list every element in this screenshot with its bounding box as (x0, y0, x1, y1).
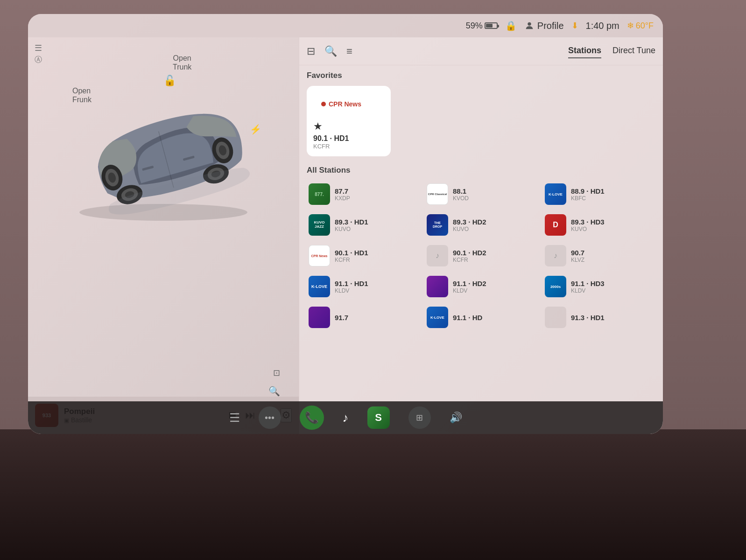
main-content: ☰ Ⓐ Open Trunk 🔓 Open Frunk (28, 37, 663, 434)
station-logo-klove: K-LOVE (309, 276, 330, 297)
station-logo-913 (545, 307, 566, 328)
profile-button[interactable]: Profile (524, 21, 564, 31)
open-trunk-button[interactable]: Open Trunk (173, 54, 191, 71)
station-917[interactable]: 91.7 (307, 304, 419, 331)
temperature: 60°F (636, 21, 654, 31)
station-info-877: 87.7 KXDP (335, 187, 417, 202)
battery-indicator: 59% (466, 21, 498, 31)
stations-col-2: CPR Classical 88.1 KVOD THEDROP (425, 181, 537, 331)
station-911-hd3[interactable]: 2000s 91.1 · HD3 KLDV (543, 273, 655, 300)
station-kuvo-jazz[interactable]: KUVOJAZZ 89.3 · HD1 KUVO (307, 211, 419, 238)
search-icon[interactable]: 🔍 (324, 45, 337, 57)
station-info-913: 91.3 · HD1 (571, 314, 654, 322)
favorites-section: Favorites CPR News ★ 90.1 · HD1 KCFR (307, 71, 655, 156)
station-911hd[interactable]: K·LOVE 91.1 · HD (425, 304, 537, 331)
station-info-893hd2: 89.3 · HD2 KUVO (453, 218, 535, 232)
main-screen: 59% 🔒 Profile ⬇ 1:40 pm ❄ 60°F ☰ Ⓐ Open … (28, 14, 663, 434)
station-logo-cprnews: CPR News (309, 245, 330, 266)
station-info-901: 90.1 · HD1 KCFR (335, 249, 417, 263)
person-icon (524, 21, 535, 31)
radio-tabs: Stations Direct Tune (568, 44, 655, 58)
profile-label: Profile (537, 21, 564, 31)
volume-icon[interactable]: 🔊 (450, 412, 462, 424)
svg-point-0 (528, 22, 531, 26)
status-bar: 59% 🔒 Profile ⬇ 1:40 pm ❄ 60°F (28, 14, 663, 37)
taskbar-menu-icon[interactable]: ☰ (229, 411, 240, 425)
filter-icon[interactable]: ⊟ (307, 45, 315, 57)
radio-toolbar: ⊟ 🔍 ≡ Stations Direct Tune (299, 37, 663, 65)
stations-col-1: 877. 87.7 KXDP KUVOJAZZ (307, 181, 419, 331)
radio-content: Favorites CPR News ★ 90.1 · HD1 KCFR (299, 65, 663, 434)
station-info-893hd3: 89.3 · HD3 KUVO (571, 218, 654, 232)
fav-callsign: KCFR (313, 143, 384, 150)
charging-icon: ⚡ (250, 124, 261, 135)
fav-frequency: 90.1 · HD1 (313, 134, 384, 143)
station-logo-911hd2 (427, 276, 448, 297)
station-info-kuvo: 89.3 · HD1 KUVO (335, 218, 417, 232)
station-logo-911hd: K·LOVE (427, 307, 448, 328)
battery-icon (485, 22, 498, 29)
station-info-klove: 91.1 · HD1 KLDV (335, 280, 417, 294)
station-901-hd1[interactable]: CPR News 90.1 · HD1 KCFR (307, 242, 419, 269)
station-913[interactable]: 91.3 · HD1 (543, 304, 655, 331)
all-stations-section: All Stations 877. 87.7 KXDP (307, 166, 655, 331)
station-877[interactable]: 877. 87.7 KXDP (307, 181, 419, 208)
taskbar: ☰ ••• 📞 ♪ S ⊞ 🔊 (28, 401, 663, 434)
fav-star-icon[interactable]: ★ (313, 120, 384, 133)
car-image (56, 75, 271, 233)
phone-icon[interactable]: 📞 (300, 406, 324, 430)
fav-logo: CPR News (313, 92, 369, 116)
station-info-907: 90.7 KLVZ (571, 249, 654, 263)
autopilot-icon: Ⓐ (35, 55, 42, 65)
search-icon-left[interactable]: 🔍 (268, 385, 280, 397)
favorites-title: Favorites (307, 71, 655, 80)
station-893-hd3[interactable]: D 89.3 · HD3 KUVO (543, 211, 655, 238)
weather-icon: ❄ (627, 21, 634, 31)
menu-icon[interactable]: ☰ (35, 43, 42, 53)
taskbar-apps-icon[interactable]: ⊞ (408, 406, 431, 429)
time-display: 1:40 pm (586, 21, 619, 31)
station-901-hd2[interactable]: ♪ 90.1 · HD2 KCFR (425, 242, 537, 269)
taskbar-dots-icon[interactable]: ••• (259, 406, 281, 429)
station-cpr-classical[interactable]: CPR Classical 88.1 KVOD (425, 181, 537, 208)
car-svg (56, 75, 271, 224)
weather-display: ❄ 60°F (627, 21, 654, 31)
cast-icon[interactable]: ⊡ (273, 368, 280, 378)
station-logo-907: ♪ (545, 245, 566, 266)
station-info-901hd2: 90.1 · HD2 KCFR (453, 249, 535, 263)
station-logo-877: 877. (309, 183, 330, 205)
lock-icon[interactable]: 🔒 (505, 20, 517, 31)
station-info-911hd: 91.1 · HD (453, 314, 535, 322)
radio-panel: ⊟ 🔍 ≡ Stations Direct Tune Favorites (299, 37, 663, 434)
cpr-news-logo: CPR News (321, 100, 361, 108)
all-stations-title: All Stations (307, 166, 655, 175)
station-logo-893hd3: D (545, 214, 566, 236)
station-logo-drop: THEDROP (427, 214, 448, 236)
tab-direct-tune[interactable]: Direct Tune (612, 44, 655, 58)
station-info-911hd3: 91.1 · HD3 KLDV (571, 280, 654, 294)
station-logo-889: K·LOVE (545, 183, 566, 205)
station-drop[interactable]: THEDROP 89.3 · HD2 KUVO (425, 211, 537, 238)
station-logo-917 (309, 307, 330, 328)
station-889[interactable]: K·LOVE 88.9 · HD1 KBFC (543, 181, 655, 208)
stations-col-3: K·LOVE 88.9 · HD1 KBFC D (543, 181, 655, 331)
station-logo-kuvo: KUVOJAZZ (309, 214, 330, 236)
station-info-881: 88.1 KVOD (453, 187, 535, 202)
station-907[interactable]: ♪ 90.7 KLVZ (543, 242, 655, 269)
station-info-889: 88.9 · HD1 KBFC (571, 187, 654, 202)
station-logo-music: ♪ (427, 245, 448, 266)
stations-columns: 877. 87.7 KXDP KUVOJAZZ (307, 181, 655, 331)
station-logo-2000s: 2000s (545, 276, 566, 297)
left-panel: ☰ Ⓐ Open Trunk 🔓 Open Frunk (28, 37, 299, 434)
download-icon: ⬇ (571, 21, 578, 31)
station-info-911hd2: 91.1 · HD2 KLDV (453, 280, 535, 294)
s-badge[interactable]: S (367, 406, 390, 429)
station-911-hd2[interactable]: 91.1 · HD2 KLDV (425, 273, 537, 300)
battery-percentage: 59% (466, 21, 483, 31)
favorite-card[interactable]: CPR News ★ 90.1 · HD1 KCFR (307, 86, 391, 156)
station-klove-911[interactable]: K-LOVE 91.1 · HD1 KLDV (307, 273, 419, 300)
tab-stations[interactable]: Stations (568, 44, 601, 58)
station-logo-cpr-classical: CPR Classical (427, 183, 448, 205)
taskbar-music-icon[interactable]: ♪ (343, 411, 349, 425)
list-icon[interactable]: ≡ (346, 45, 352, 57)
